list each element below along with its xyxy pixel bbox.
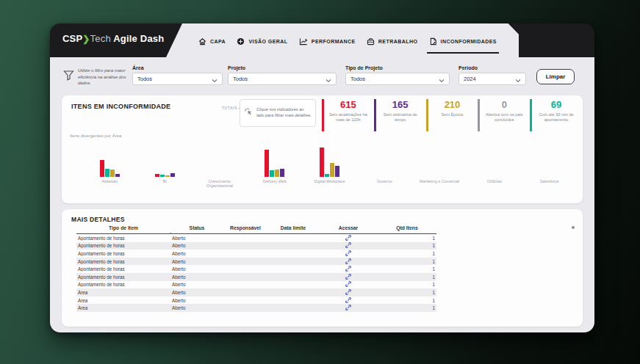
cell-qtd-itens: 1 xyxy=(378,259,436,264)
bar-roxo[interactable] xyxy=(280,169,284,177)
link-icon[interactable] xyxy=(345,267,351,272)
filter-value: Todos xyxy=(137,76,152,82)
table-row[interactable]: Apontamento de horas Aberto 1 xyxy=(76,281,436,289)
cell-tipo-de-item: Apontamento de horas xyxy=(76,282,170,287)
link-icon[interactable] xyxy=(345,252,351,257)
filter-tipo-projeto-dropdown[interactable]: Todos xyxy=(345,73,450,85)
bar-amarelo[interactable] xyxy=(330,163,334,177)
cell-status: Aberto xyxy=(170,259,223,264)
cell-acessar xyxy=(319,242,378,249)
chart-category-group[interactable]: Marketing e Comercial xyxy=(412,144,467,191)
bar-roxo[interactable] xyxy=(335,166,339,177)
chart-category-group[interactable]: Delivery Web xyxy=(247,144,302,191)
bar-amarelo[interactable] xyxy=(110,170,115,177)
bar-verde[interactable] xyxy=(105,169,109,177)
chart-category-group[interactable]: BI xyxy=(137,144,193,191)
link-icon[interactable] xyxy=(345,283,351,288)
table-row[interactable]: Apontamento de horas Aberto 1 xyxy=(76,273,436,281)
table-row[interactable]: Apontamento de horas Aberto 1 xyxy=(76,242,436,250)
tab-visao-geral[interactable]: VISÃO GERAL xyxy=(237,37,287,46)
tab-retrabalho[interactable]: RETRABALHO xyxy=(367,37,418,46)
tab-capa[interactable]: CAPA xyxy=(198,37,226,46)
chart-category-group[interactable]: Crescimento Organizacional xyxy=(193,144,248,191)
bar-vermelho[interactable] xyxy=(100,160,104,177)
clear-filters-button[interactable]: Limpar xyxy=(536,69,575,84)
link-icon[interactable] xyxy=(345,299,351,304)
category-label: BI xyxy=(137,177,193,190)
filter-tipo-projeto: Tipo de Projeto Todos xyxy=(345,65,450,85)
cell-tipo-de-item: Apontamento de horas xyxy=(76,274,170,280)
link-icon[interactable] xyxy=(345,291,351,296)
link-icon[interactable] xyxy=(345,306,351,311)
bar-group xyxy=(302,144,357,177)
cell-acessar xyxy=(319,289,378,296)
column-header-responsavel[interactable]: Responsável xyxy=(223,225,267,230)
bar-group xyxy=(137,144,193,177)
column-header-data-limite[interactable]: Data limite xyxy=(267,225,319,230)
filter-periodo-dropdown[interactable]: 2024 xyxy=(459,73,526,85)
chart-category-group[interactable]: Oil&Gas xyxy=(467,144,522,191)
kpi-sem-epicos[interactable]: 210 Sem Épicos xyxy=(426,99,477,131)
cell-acessar xyxy=(319,258,378,265)
column-header-qtd-itens[interactable]: Qtd Itens xyxy=(378,225,436,230)
chart-category-group[interactable]: Salesforce xyxy=(522,144,577,191)
table-row[interactable]: Apontamento de horas Aberto 1 xyxy=(76,258,436,266)
filter-area-dropdown[interactable]: Todos xyxy=(132,73,223,85)
table-row[interactable]: Área Aberto 1 xyxy=(76,288,436,296)
link-icon[interactable] xyxy=(345,260,351,265)
cell-qtd-itens: 1 xyxy=(378,305,436,310)
cell-qtd-itens: 1 xyxy=(378,290,436,295)
tab-label: INCONFORMIDADES xyxy=(441,39,497,44)
bar-amarelo[interactable] xyxy=(275,170,279,177)
kpi-value: 69 xyxy=(533,100,579,111)
link-icon[interactable] xyxy=(345,244,351,249)
bar-vermelho[interactable] xyxy=(320,148,324,177)
chart-icon xyxy=(299,37,308,46)
category-label: Atlassian xyxy=(82,177,137,190)
chart-category-group[interactable]: Digital Workplace xyxy=(302,144,357,191)
cell-acessar xyxy=(319,297,378,304)
chevron-down-icon xyxy=(515,73,521,86)
scrollbar-dot[interactable] xyxy=(572,226,575,229)
tab-label: RETRABALHO xyxy=(378,39,418,44)
filter-projeto-dropdown[interactable]: Todos xyxy=(228,73,337,85)
panel-title: MAIS DETALHES xyxy=(71,216,125,223)
table-row[interactable]: Apontamento de horas Aberto 1 xyxy=(76,265,436,273)
kpi-value: 165 xyxy=(378,100,423,111)
chevron-down-icon xyxy=(326,73,331,86)
tab-label: CAPA xyxy=(210,39,226,44)
cell-qtd-itens: 1 xyxy=(378,251,436,256)
table-row[interactable]: Área Aberto 1 xyxy=(76,304,436,312)
column-header-tipo-de-item[interactable]: Tipo de Item xyxy=(76,225,170,230)
kpi-sem-atualizacoes[interactable]: 615 Sem atualizações há mais de 120h xyxy=(322,99,373,131)
chart-category-group[interactable]: Governo xyxy=(357,144,412,191)
logo-suffix: Agile Dash xyxy=(111,33,165,44)
column-header-acessar[interactable]: Acessar xyxy=(319,225,378,230)
link-icon[interactable] xyxy=(345,236,351,241)
filter-label: Período xyxy=(459,65,526,70)
tab-label: VISÃO GERAL xyxy=(248,39,287,44)
bar-group xyxy=(467,144,522,177)
chart-category-group[interactable]: Atlassian xyxy=(82,144,137,191)
chevron-down-icon xyxy=(212,73,217,86)
click-cursor-icon xyxy=(244,106,254,120)
kpi-abertos-pais-concluidos[interactable]: 0 Abertos com os pais concluídos xyxy=(478,99,528,131)
column-header-status[interactable]: Status xyxy=(170,225,223,230)
category-label: Governo xyxy=(357,177,412,190)
kpi-ate-30min[interactable]: 69 Com até 30 min de apontamento xyxy=(530,99,580,131)
sort-ascending-icon[interactable]: ▲ xyxy=(169,231,172,235)
tab-inconformidades[interactable]: INCONFORMIDADES xyxy=(429,37,497,46)
link-icon[interactable] xyxy=(345,275,351,280)
table-header-row: Tipo de Item Status Responsável Data lim… xyxy=(76,225,436,234)
table-row[interactable]: Apontamento de horas Aberto 1 xyxy=(76,234,436,242)
filter-hint-text: Utilize o filtro para maior eficiência n… xyxy=(78,68,138,87)
category-label: Delivery Web xyxy=(247,177,302,190)
bar-vermelho[interactable] xyxy=(265,150,269,177)
table-row[interactable]: Área Aberto 1 xyxy=(76,296,436,305)
bar-verde[interactable] xyxy=(270,170,274,177)
kpi-sem-estimativa[interactable]: 165 Sem estimativa de tempo xyxy=(374,99,425,131)
tab-performance[interactable]: PERFORMANCE xyxy=(299,37,356,46)
filter-funnel-icon xyxy=(63,70,74,84)
table-row[interactable]: Apontamento de horas Aberto 1 xyxy=(76,250,436,258)
cell-tipo-de-item: Apontamento de horas xyxy=(76,266,170,272)
